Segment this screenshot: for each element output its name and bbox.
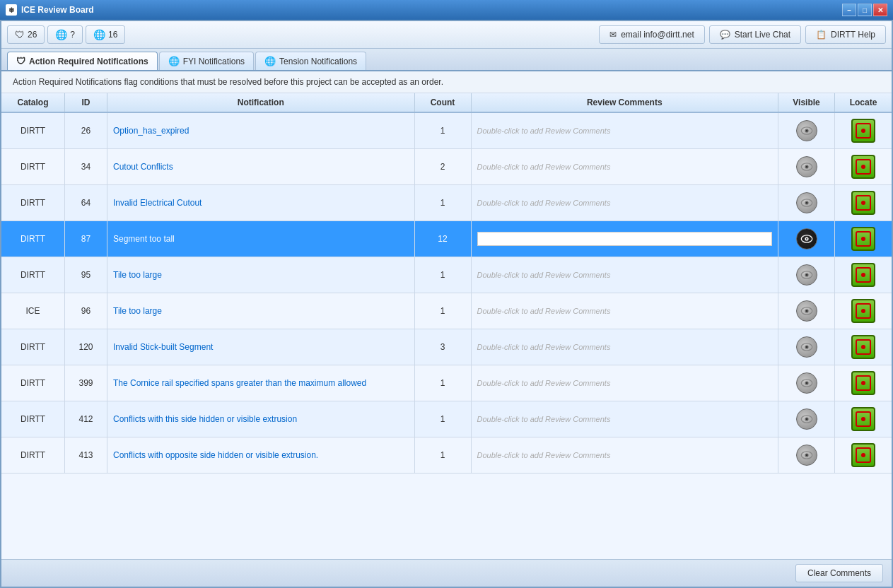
cell-notification[interactable]: Segment too tall (107, 221, 415, 257)
cell-comment[interactable]: Double-click to add Review Comments (472, 437, 779, 473)
tab-fyi[interactable]: 🌐 FYI Notifications (159, 52, 254, 70)
minimize-button[interactable]: – (842, 4, 856, 16)
th-id: ID (65, 93, 107, 112)
th-count: Count (415, 93, 472, 112)
eye-icon[interactable] (796, 336, 817, 358)
cell-locate[interactable] (835, 365, 892, 401)
locate-button[interactable] (851, 443, 875, 467)
cell-notification[interactable]: Conflicts with opposite side hidden or v… (107, 437, 415, 473)
cell-count: 1 (415, 437, 472, 473)
cell-visible[interactable] (778, 401, 835, 437)
cell-visible[interactable] (778, 437, 835, 473)
eye-icon[interactable] (796, 120, 817, 141)
eye-icon[interactable] (796, 156, 817, 177)
eye-icon[interactable] (796, 192, 817, 213)
cell-comment[interactable]: Double-click to add Review Comments (472, 329, 779, 365)
locate-button[interactable] (851, 335, 875, 359)
comment-input[interactable] (477, 232, 773, 246)
cell-visible[interactable] (778, 221, 835, 257)
live-chat-button[interactable]: 💬 Start Live Chat (709, 25, 801, 44)
locate-inner (856, 411, 871, 427)
cell-notification[interactable]: Tile too large (107, 293, 415, 329)
eye-icon[interactable] (796, 445, 817, 466)
maximize-button[interactable]: □ (858, 4, 872, 16)
tab-tension[interactable]: 🌐 Tension Notifications (255, 52, 366, 70)
locate-button[interactable] (851, 119, 875, 143)
table-row[interactable]: DIRTT95Tile too large1Double-click to ad… (1, 257, 892, 293)
cell-visible[interactable] (778, 185, 835, 220)
eye-icon[interactable] (796, 408, 817, 430)
table-row[interactable]: DIRTT87Segment too tall12 (1, 221, 892, 257)
shield-icon: 🛡 (15, 29, 25, 40)
table-row[interactable]: DIRTT64Invalid Electrical Cutout1Double-… (1, 185, 892, 221)
cell-notification[interactable]: Conflicts with this side hidden or visib… (107, 401, 415, 437)
btn1[interactable]: 🛡 26 (7, 25, 45, 44)
locate-button[interactable] (851, 227, 875, 251)
cell-visible[interactable] (778, 365, 835, 401)
table-row[interactable]: DIRTT120Invalid Stick-built Segment3Doub… (1, 329, 892, 365)
btn3[interactable]: 🌐 16 (86, 25, 125, 44)
cell-count: 1 (415, 401, 472, 437)
eye-icon[interactable] (796, 300, 817, 322)
table-row[interactable]: DIRTT413Conflicts with opposite side hid… (1, 437, 892, 474)
eye-icon[interactable] (796, 264, 817, 286)
locate-button[interactable] (851, 263, 875, 287)
cell-notification[interactable]: Option_has_expired (107, 113, 415, 148)
locate-inner (856, 339, 871, 355)
cell-locate[interactable] (835, 185, 892, 220)
table-row[interactable]: ICE96Tile too large1Double-click to add … (1, 293, 892, 329)
cell-locate[interactable] (835, 293, 892, 329)
cell-notification[interactable]: Cutout Conflicts (107, 149, 415, 184)
email-button[interactable]: ✉ email info@dirtt.net (599, 25, 705, 44)
cell-id: 96 (65, 293, 107, 329)
help-button[interactable]: 📋 DIRTT Help (805, 25, 886, 44)
locate-button[interactable] (851, 407, 875, 431)
cell-notification[interactable]: Tile too large (107, 257, 415, 293)
locate-button[interactable] (851, 371, 875, 395)
svg-point-26 (805, 418, 807, 420)
table-row[interactable]: DIRTT399The Cornice rail specified spans… (1, 365, 892, 401)
btn2-count: ? (70, 30, 75, 40)
cell-visible[interactable] (778, 293, 835, 329)
cell-locate[interactable] (835, 257, 892, 293)
table-row[interactable]: DIRTT26Option_has_expired1Double-click t… (1, 113, 892, 149)
cell-notification[interactable]: Invalid Stick-built Segment (107, 329, 415, 365)
table-row[interactable]: DIRTT412Conflicts with this side hidden … (1, 401, 892, 437)
cell-comment[interactable]: Double-click to add Review Comments (472, 113, 779, 148)
cell-notification[interactable]: The Cornice rail specified spans greater… (107, 365, 415, 401)
svg-point-17 (805, 310, 807, 312)
cell-visible[interactable] (778, 113, 835, 148)
cell-locate[interactable] (835, 113, 892, 148)
cell-comment[interactable]: Double-click to add Review Comments (472, 293, 779, 329)
clear-comments-button[interactable]: Clear Comments (795, 564, 883, 582)
close-button[interactable]: ✕ (873, 4, 887, 16)
cell-visible[interactable] (778, 149, 835, 184)
eye-icon[interactable] (796, 372, 817, 394)
cell-visible[interactable] (778, 329, 835, 365)
cell-id: 412 (65, 401, 107, 437)
cell-notification[interactable]: Invalid Electrical Cutout (107, 185, 415, 220)
btn2[interactable]: 🌐 ? (47, 25, 83, 44)
cell-locate[interactable] (835, 401, 892, 437)
locate-button[interactable] (851, 191, 875, 215)
cell-locate[interactable] (835, 149, 892, 184)
locate-button[interactable] (851, 299, 875, 323)
cell-comment[interactable]: Double-click to add Review Comments (472, 401, 779, 437)
cell-comment[interactable]: Double-click to add Review Comments (472, 257, 779, 293)
cell-locate[interactable] (835, 221, 892, 257)
cell-locate[interactable] (835, 329, 892, 365)
cell-comment[interactable] (472, 221, 779, 257)
locate-button[interactable] (851, 155, 875, 179)
cell-locate[interactable] (835, 437, 892, 473)
cell-count: 1 (415, 293, 472, 329)
cell-comment[interactable]: Double-click to add Review Comments (472, 185, 779, 220)
cell-comment[interactable]: Double-click to add Review Comments (472, 149, 779, 184)
eye-icon[interactable] (796, 228, 817, 249)
cell-comment[interactable]: Double-click to add Review Comments (472, 365, 779, 401)
cell-catalog: DIRTT (1, 257, 65, 293)
cell-id: 87 (65, 221, 107, 257)
tab-fyi-icon: 🌐 (168, 56, 180, 66)
table-row[interactable]: DIRTT34Cutout Conflicts2Double-click to … (1, 149, 892, 185)
tab-action-required[interactable]: 🛡 Action Required Notifications (7, 52, 158, 70)
cell-visible[interactable] (778, 257, 835, 293)
